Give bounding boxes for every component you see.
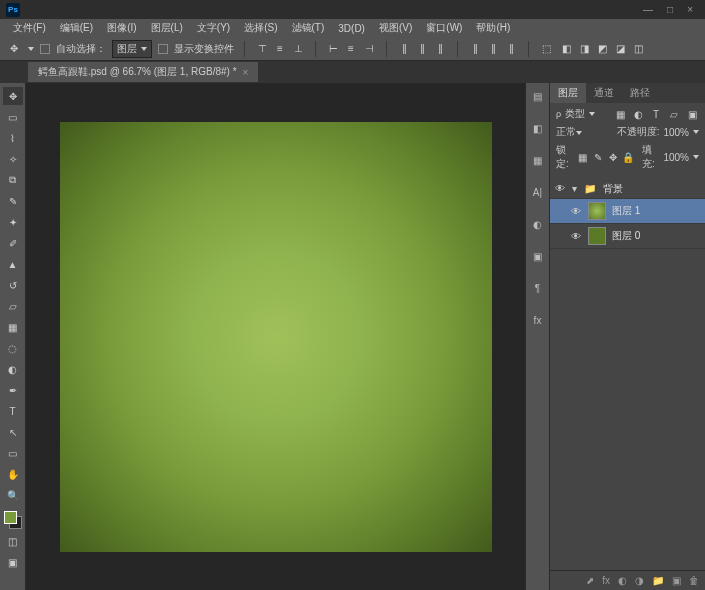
distribute-left-icon[interactable]: ‖ bbox=[468, 42, 482, 56]
tab-close-icon[interactable]: × bbox=[243, 67, 249, 78]
menu-3d[interactable]: 3D(D) bbox=[331, 23, 372, 34]
move-tool[interactable]: ✥ bbox=[3, 87, 23, 105]
eraser-tool[interactable]: ▱ bbox=[3, 297, 23, 315]
layer-thumbnail[interactable] bbox=[588, 227, 606, 245]
fill-value[interactable]: 100% bbox=[663, 152, 689, 163]
pen-tool[interactable]: ✒ bbox=[3, 381, 23, 399]
new-group-icon[interactable]: 📁 bbox=[652, 575, 664, 586]
quickmask-tool[interactable]: ◫ bbox=[3, 532, 23, 550]
healing-brush-tool[interactable]: ✦ bbox=[3, 213, 23, 231]
foreground-color-swatch[interactable] bbox=[4, 511, 17, 524]
menu-edit[interactable]: 编辑(E) bbox=[53, 21, 100, 35]
lasso-tool[interactable]: ⌇ bbox=[3, 129, 23, 147]
opacity-slider-toggle[interactable] bbox=[693, 130, 699, 134]
lock-position-icon[interactable]: ✥ bbox=[607, 150, 618, 164]
menu-file[interactable]: 文件(F) bbox=[6, 21, 53, 35]
filter-shape-icon[interactable]: ▱ bbox=[667, 107, 681, 121]
close-button[interactable]: × bbox=[687, 4, 693, 15]
align-bottom-icon[interactable]: ⊥ bbox=[291, 42, 305, 56]
align-hcenter-icon[interactable]: ≡ bbox=[344, 42, 358, 56]
new-layer-icon[interactable]: ▣ bbox=[672, 575, 681, 586]
filter-smart-icon[interactable]: ▣ bbox=[685, 107, 699, 121]
distribute-h-icon[interactable]: ‖ bbox=[486, 42, 500, 56]
layer-group-row[interactable]: 👁 ▾ 📁 背景 bbox=[550, 179, 705, 199]
paragraph-panel-icon[interactable]: ¶ bbox=[531, 281, 545, 295]
shape-tool[interactable]: ▭ bbox=[3, 444, 23, 462]
distribute-top-icon[interactable]: ‖ bbox=[397, 42, 411, 56]
filter-type-dropdown[interactable] bbox=[589, 112, 595, 116]
fill-slider-toggle[interactable] bbox=[693, 155, 699, 159]
distribute-bottom-icon[interactable]: ‖ bbox=[433, 42, 447, 56]
eyedropper-tool[interactable]: ✎ bbox=[3, 192, 23, 210]
3d-opt1-icon[interactable]: ◧ bbox=[559, 42, 573, 56]
canvas-area[interactable] bbox=[26, 83, 525, 590]
filter-pixel-icon[interactable]: ▦ bbox=[613, 107, 627, 121]
history-panel-icon[interactable]: ▤ bbox=[531, 89, 545, 103]
menu-select[interactable]: 选择(S) bbox=[237, 21, 284, 35]
menu-layer[interactable]: 图层(L) bbox=[144, 21, 190, 35]
adjustment-layer-icon[interactable]: ◑ bbox=[635, 575, 644, 586]
tab-paths[interactable]: 路径 bbox=[622, 83, 658, 103]
auto-select-checkbox[interactable] bbox=[40, 44, 50, 54]
tab-layers[interactable]: 图层 bbox=[550, 83, 586, 103]
styles-panel-icon[interactable]: ◐ bbox=[531, 217, 545, 231]
3d-opt4-icon[interactable]: ◪ bbox=[613, 42, 627, 56]
zoom-tool[interactable]: 🔍 bbox=[3, 486, 23, 504]
menu-help[interactable]: 帮助(H) bbox=[469, 21, 517, 35]
magic-wand-tool[interactable]: ✧ bbox=[3, 150, 23, 168]
layer-row[interactable]: 👁 图层 1 bbox=[550, 199, 705, 224]
3d-opt2-icon[interactable]: ◨ bbox=[577, 42, 591, 56]
gradient-tool[interactable]: ▦ bbox=[3, 318, 23, 336]
path-select-tool[interactable]: ↖ bbox=[3, 423, 23, 441]
show-transform-checkbox[interactable] bbox=[158, 44, 168, 54]
distribute-right-icon[interactable]: ‖ bbox=[504, 42, 518, 56]
layer-row[interactable]: 👁 图层 0 bbox=[550, 224, 705, 249]
type-tool[interactable]: T bbox=[3, 402, 23, 420]
clone-stamp-tool[interactable]: ▲ bbox=[3, 255, 23, 273]
layer-thumbnail[interactable] bbox=[588, 202, 606, 220]
auto-select-target-dropdown[interactable]: 图层 bbox=[112, 40, 152, 58]
menu-filter[interactable]: 滤镜(T) bbox=[285, 21, 332, 35]
align-vcenter-icon[interactable]: ≡ bbox=[273, 42, 287, 56]
visibility-toggle-icon[interactable]: 👁 bbox=[554, 183, 566, 194]
tool-preset-dropdown[interactable] bbox=[28, 47, 34, 51]
color-swatches[interactable] bbox=[4, 511, 22, 529]
align-right-icon[interactable]: ⊣ bbox=[362, 42, 376, 56]
menu-image[interactable]: 图像(I) bbox=[100, 21, 143, 35]
3d-opt5-icon[interactable]: ◫ bbox=[631, 42, 645, 56]
adjustments-panel-icon[interactable]: ▣ bbox=[531, 249, 545, 263]
link-layers-icon[interactable]: ⬈ bbox=[586, 575, 594, 586]
hand-tool[interactable]: ✋ bbox=[3, 465, 23, 483]
minimize-button[interactable]: — bbox=[643, 4, 653, 15]
menu-view[interactable]: 视图(V) bbox=[372, 21, 419, 35]
opacity-value[interactable]: 100% bbox=[663, 127, 689, 138]
menu-type[interactable]: 文字(Y) bbox=[190, 21, 237, 35]
marquee-tool[interactable]: ▭ bbox=[3, 108, 23, 126]
info-panel-icon[interactable]: fx bbox=[531, 313, 545, 327]
3d-opt3-icon[interactable]: ◩ bbox=[595, 42, 609, 56]
canvas[interactable] bbox=[60, 122, 492, 552]
align-left-icon[interactable]: ⊢ bbox=[326, 42, 340, 56]
history-brush-tool[interactable]: ↺ bbox=[3, 276, 23, 294]
crop-tool[interactable]: ⧉ bbox=[3, 171, 23, 189]
group-collapse-icon[interactable]: ▾ bbox=[572, 183, 577, 194]
text-panel-icon[interactable]: A| bbox=[531, 185, 545, 199]
tab-channels[interactable]: 通道 bbox=[586, 83, 622, 103]
filter-adj-icon[interactable]: ◐ bbox=[631, 107, 645, 121]
blend-mode-dropdown[interactable]: 正常 bbox=[556, 125, 613, 139]
blur-tool[interactable]: ◌ bbox=[3, 339, 23, 357]
visibility-toggle-icon[interactable]: 👁 bbox=[570, 231, 582, 242]
layer-fx-icon[interactable]: fx bbox=[602, 575, 610, 586]
screenmode-tool[interactable]: ▣ bbox=[3, 553, 23, 571]
brush-tool[interactable]: ✐ bbox=[3, 234, 23, 252]
color-panel-icon[interactable]: ◧ bbox=[531, 121, 545, 135]
lock-pixels-icon[interactable]: ✎ bbox=[592, 150, 603, 164]
swatches-panel-icon[interactable]: ▦ bbox=[531, 153, 545, 167]
dodge-tool[interactable]: ◐ bbox=[3, 360, 23, 378]
delete-layer-icon[interactable]: 🗑 bbox=[689, 575, 699, 586]
align-top-icon[interactable]: ⊤ bbox=[255, 42, 269, 56]
maximize-button[interactable]: □ bbox=[667, 4, 673, 15]
layer-mask-icon[interactable]: ◐ bbox=[618, 575, 627, 586]
filter-type-icon[interactable]: T bbox=[649, 107, 663, 121]
distribute-v-icon[interactable]: ‖ bbox=[415, 42, 429, 56]
